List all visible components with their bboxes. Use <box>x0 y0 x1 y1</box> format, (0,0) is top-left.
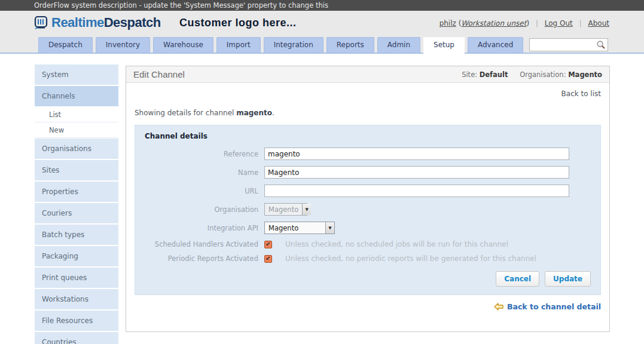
divider: | <box>536 19 538 27</box>
tab-setup[interactable]: Setup <box>423 37 465 54</box>
chevron-down-icon: ▼ <box>325 222 334 234</box>
site-value: Default <box>480 70 508 79</box>
page: OrderFlow system description - update th… <box>0 0 644 344</box>
tab-admin[interactable]: Admin <box>377 37 420 53</box>
site-label: Site: <box>462 70 477 79</box>
reference-label: Reference <box>145 150 258 158</box>
tab-import[interactable]: Import <box>216 37 261 53</box>
paren: ) <box>526 19 529 27</box>
sidebar-item-print-queues[interactable]: Print queues <box>35 268 118 288</box>
scheduled-handlers-checkbox[interactable]: ✔ <box>264 241 272 248</box>
workstation-link[interactable]: Workstation unset <box>461 19 526 27</box>
sidebar-item-properties[interactable]: Properties <box>35 182 118 202</box>
sidebar-item-sites[interactable]: Sites <box>35 160 118 180</box>
scheduled-handlers-hint: Unless checked, no scheduled jobs will b… <box>285 240 508 248</box>
tabbar-divider <box>0 53 644 54</box>
checkmark-icon: ✔ <box>265 256 270 262</box>
system-message-text: OrderFlow system description - update th… <box>34 1 328 10</box>
intro-text: Showing details for channel magento. <box>135 109 601 117</box>
back-arrow-icon <box>494 303 503 311</box>
tab-advanced[interactable]: Advanced <box>468 37 523 53</box>
user-link[interactable]: philz <box>439 19 456 27</box>
edit-channel-panel: Edit Channel Site: Default Organisation:… <box>126 66 610 332</box>
sidebar-item-workstations[interactable]: Workstations <box>35 289 118 309</box>
sidebar-item-countries[interactable]: Countries <box>35 332 118 344</box>
url-label: URL <box>145 187 258 195</box>
organisation-select: Magento ▼ <box>264 203 307 216</box>
panel-body: Back to list Showing details for channel… <box>126 90 609 311</box>
tab-despatch[interactable]: Despatch <box>38 37 93 53</box>
main-nav-tabs: Despatch Inventory Warehouse Import Inte… <box>0 36 644 53</box>
name-field[interactable] <box>264 166 569 179</box>
tab-warehouse[interactable]: Warehouse <box>153 37 213 53</box>
sidebar-item-organisations[interactable]: Organisations <box>35 139 118 159</box>
search-icon[interactable] <box>596 40 606 50</box>
divider: | <box>579 19 582 27</box>
sidebar-item-channels-new[interactable]: New <box>35 123 118 138</box>
sidebar-item-channels-list[interactable]: List <box>35 108 118 122</box>
scheduled-handlers-label: Scheduled Handlers Activated <box>145 240 258 248</box>
sidebar-item-file-resources[interactable]: File Resources <box>35 311 118 331</box>
integration-api-select[interactable]: Magento ▼ <box>264 222 335 234</box>
periodic-reports-label: Periodic Reports Activated <box>145 254 258 263</box>
site-org-context: Site: Default Organisation: Magento <box>462 70 602 79</box>
tab-integration[interactable]: Integration <box>264 37 323 53</box>
system-message-bar: OrderFlow system description - update th… <box>0 0 644 11</box>
organisation-value: Magento <box>568 70 602 79</box>
organisation-select-label: Organisation <box>145 205 258 214</box>
channel-name: magento <box>236 109 272 117</box>
chevron-down-icon: ▼ <box>302 204 311 215</box>
name-label: Name <box>145 168 258 177</box>
periodic-reports-hint: Unless checked, no periodic reports will… <box>285 254 536 263</box>
organisation-select-value: Magento <box>265 205 302 214</box>
logout-link[interactable]: Log Out <box>545 19 573 27</box>
sidebar-item-batch-types[interactable]: Batch types <box>35 225 118 245</box>
tab-reports[interactable]: Reports <box>326 37 374 53</box>
about-link[interactable]: About <box>588 19 609 27</box>
update-button[interactable]: Update <box>545 271 591 287</box>
tab-inventory[interactable]: Inventory <box>96 37 150 53</box>
integration-api-select-value: Magento <box>265 224 325 232</box>
sidebar-item-channels[interactable]: Channels <box>35 86 118 106</box>
page-title: Edit Channel <box>133 69 185 79</box>
channel-details-form: Channel details Reference Name URL Organ… <box>135 125 601 295</box>
integration-api-select-label: Integration API <box>145 224 258 232</box>
organisation-label: Organisation: <box>520 70 566 79</box>
brand-name-despatch: Despatch <box>104 15 161 30</box>
search-box <box>529 38 608 51</box>
brand-icon <box>33 15 48 30</box>
reference-field[interactable] <box>264 148 569 160</box>
back-to-channel-detail-link[interactable]: Back to channel detail <box>507 302 601 311</box>
url-field[interactable] <box>264 185 569 197</box>
sidebar-item-packaging[interactable]: Packaging <box>35 246 118 266</box>
form-legend: Channel details <box>145 132 591 140</box>
sidebar-nav: System Channels List New Organisations S… <box>35 64 118 344</box>
customer-logo-text: Customer logo here... <box>179 17 297 29</box>
checkmark-icon: ✔ <box>265 241 270 247</box>
cancel-button[interactable]: Cancel <box>496 271 539 287</box>
sidebar-item-couriers[interactable]: Couriers <box>35 203 118 223</box>
user-menu: philz (Workstation unset) | Log Out | Ab… <box>439 19 609 27</box>
periodic-reports-checkbox[interactable]: ✔ <box>264 255 272 263</box>
brand-logo: RealtimeDespatch <box>33 15 161 30</box>
header: RealtimeDespatch Customer logo here... p… <box>0 11 644 36</box>
back-to-list-link[interactable]: Back to list <box>561 90 601 98</box>
panel-titlebar: Edit Channel Site: Default Organisation:… <box>126 66 609 83</box>
sidebar-item-system[interactable]: System <box>35 64 118 85</box>
brand-name-realtime: Realtime <box>51 15 104 30</box>
